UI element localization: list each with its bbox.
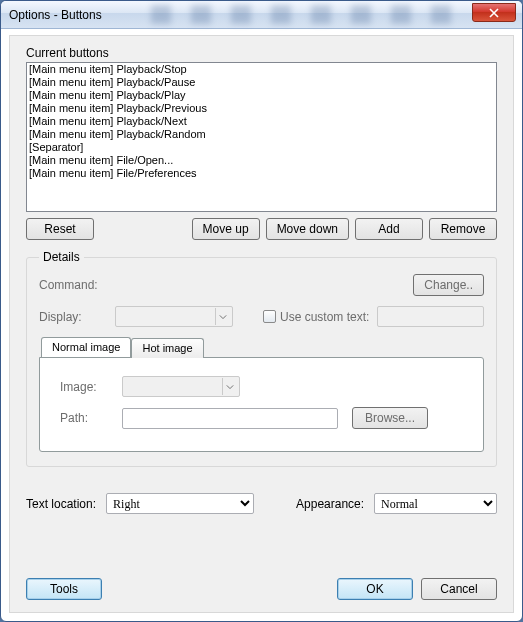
list-item[interactable]: [Main menu item] File/Preferences <box>27 167 496 180</box>
list-item[interactable]: [Main menu item] Playback/Previous <box>27 102 496 115</box>
use-custom-text-checkbox[interactable]: Use custom text: <box>263 310 369 324</box>
titlebar-blur <box>151 5 462 24</box>
list-item[interactable]: [Main menu item] Playback/Random <box>27 128 496 141</box>
list-item[interactable]: [Main menu item] Playback/Stop <box>27 63 496 76</box>
change-button[interactable]: Change.. <box>413 274 484 296</box>
remove-button[interactable]: Remove <box>429 218 497 240</box>
text-location-label: Text location: <box>26 497 96 511</box>
list-item[interactable]: [Main menu item] Playback/Next <box>27 115 496 128</box>
tab-panel: Image: Path: Browse... <box>39 357 484 452</box>
window-title: Options - Buttons <box>9 8 102 22</box>
display-label: Display: <box>39 310 107 324</box>
image-tabs: Normal image Hot image Image: Path: <box>39 337 484 452</box>
move-down-button[interactable]: Move down <box>266 218 349 240</box>
appearance-select[interactable]: Normal <box>374 493 497 514</box>
list-item[interactable]: [Main menu item] Playback/Pause <box>27 76 496 89</box>
path-input[interactable] <box>122 408 338 429</box>
add-button[interactable]: Add <box>355 218 423 240</box>
image-combo[interactable] <box>122 376 240 397</box>
command-label: Command: <box>39 278 107 292</box>
path-label: Path: <box>60 411 108 425</box>
list-item[interactable]: [Main menu item] File/Open... <box>27 154 496 167</box>
reset-button[interactable]: Reset <box>26 218 94 240</box>
list-item[interactable]: [Separator] <box>27 141 496 154</box>
client-area: Current buttons [Main menu item] Playbac… <box>9 35 514 613</box>
text-location-select[interactable]: Right <box>106 493 254 514</box>
chevron-down-icon <box>215 308 230 325</box>
close-icon <box>489 8 499 18</box>
use-custom-text-label: Use custom text: <box>280 310 369 324</box>
current-buttons-label: Current buttons <box>26 46 497 60</box>
dialog-action-bar: Tools OK Cancel <box>26 578 497 600</box>
display-combo[interactable] <box>115 306 233 327</box>
image-label: Image: <box>60 380 108 394</box>
titlebar: Options - Buttons <box>1 1 522 29</box>
move-up-button[interactable]: Move up <box>192 218 260 240</box>
details-legend: Details <box>39 250 84 264</box>
close-button[interactable] <box>472 3 516 22</box>
browse-button[interactable]: Browse... <box>352 407 428 429</box>
current-buttons-list[interactable]: [Main menu item] Playback/Stop[Main menu… <box>26 62 497 212</box>
custom-text-input[interactable] <box>377 306 484 327</box>
tab-hot-image[interactable]: Hot image <box>131 338 203 358</box>
bottom-options-row: Text location: Right Appearance: Normal <box>26 493 497 514</box>
list-item[interactable]: [Main menu item] Playback/Play <box>27 89 496 102</box>
ok-button[interactable]: OK <box>337 578 413 600</box>
options-window: Options - Buttons Current buttons [Main … <box>0 0 523 622</box>
checkbox-icon <box>263 310 276 323</box>
cancel-button[interactable]: Cancel <box>421 578 497 600</box>
tab-normal-image[interactable]: Normal image <box>41 337 131 357</box>
chevron-down-icon <box>222 378 237 395</box>
list-button-row: Reset Move up Move down Add Remove <box>26 218 497 240</box>
tools-button[interactable]: Tools <box>26 578 102 600</box>
appearance-label: Appearance: <box>296 497 364 511</box>
details-group: Details Command: Change.. Display: Use c… <box>26 250 497 467</box>
